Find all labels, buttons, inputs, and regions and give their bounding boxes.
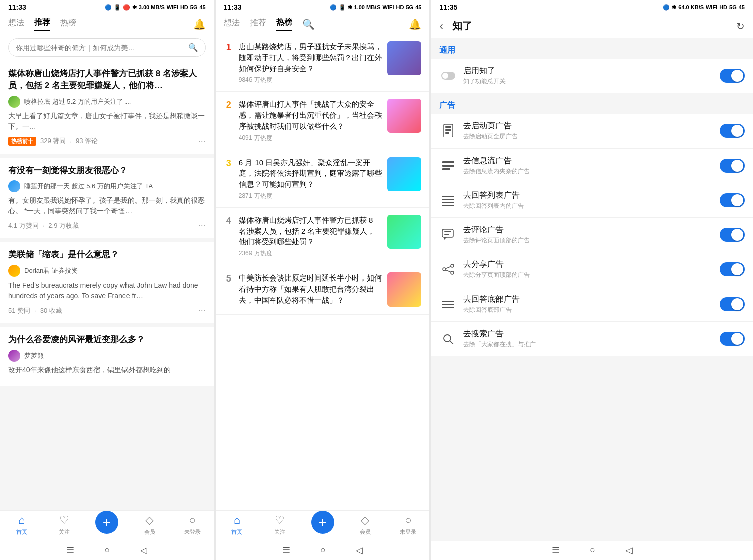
feed-excerpt-1: 有。女朋友跟我说她怀孕了。孩子是我的。那一刻，我真的很恶心。 *一天，同事突然问…	[8, 195, 206, 216]
follow-icon-1: ♡	[59, 514, 69, 527]
toggle-comment[interactable]	[720, 228, 745, 242]
time-3: 11:35	[439, 3, 457, 11]
tab-thoughts-2[interactable]: 想法	[224, 18, 240, 30]
status-bar-1: 11:33 🔵 📱 🔴 ✱ 3.00 MB/S WiFi HD 5G 45	[0, 0, 214, 14]
home-btn-2[interactable]: ○	[320, 545, 326, 556]
bottom-nav-vip-1[interactable]: ◇ 会员	[128, 514, 171, 536]
battery-icon-3: 45	[739, 4, 745, 10]
settings-sub-share: 去除分享页面顶部的广告	[463, 271, 714, 279]
feed-author-row-2: Dorian君 证券投资	[8, 265, 206, 277]
bottom-nav-login-1[interactable]: ○ 未登录	[171, 514, 214, 536]
svg-line-21	[446, 270, 451, 272]
toggle-enable[interactable]	[720, 69, 745, 83]
section-label-ads: 广告	[431, 93, 753, 114]
home-icon-2: ⌂	[234, 514, 240, 527]
settings-item-enable[interactable]: 启用知了 知了功能总开关	[431, 59, 753, 93]
menu-btn-1[interactable]: ☰	[66, 545, 74, 556]
settings-sub-search: 去除「大家都在搜」与推广	[463, 340, 714, 349]
back-btn-1[interactable]: ◁	[140, 545, 147, 556]
tab-hot-2[interactable]: 热榜	[276, 17, 292, 31]
hot-item-1[interactable]: 2 媒体评唐山打人事件「挑战了大众的安全感，需让施暴者付出沉重代价」，当社会秩序…	[216, 92, 430, 150]
5g-icon: 5G	[190, 4, 198, 10]
feed-item-2[interactable]: 美联储「缩表」是什么意思？ Dorian君 证券投资 The Fed's bur…	[0, 242, 214, 323]
tab-thoughts-1[interactable]: 想法	[8, 18, 24, 30]
hot-rank-1: 2	[224, 100, 234, 110]
search-input-1[interactable]	[16, 44, 188, 52]
login-label-1: 未登录	[184, 528, 201, 536]
settings-title: 知了	[452, 19, 472, 33]
svg-rect-7	[442, 165, 454, 167]
settings-item-comment[interactable]: 去评论广告 去除评论页面顶部的广告	[431, 218, 753, 252]
settings-item-share[interactable]: 去分享广告 去除分享页面顶部的广告	[431, 252, 753, 287]
svg-line-26	[450, 341, 454, 345]
toggle-search[interactable]	[720, 332, 745, 346]
hot-item-3[interactable]: 4 媒体称唐山烧烤店打人事件警方已抓获 8 名涉案人员，包括 2 名主要犯罪嫌疑…	[216, 208, 430, 265]
bottom-nav-login-2[interactable]: ○ 未登录	[387, 514, 429, 536]
toggle-answer-list[interactable]	[720, 193, 745, 207]
home-btn-1[interactable]: ○	[104, 545, 110, 556]
feed-item-3[interactable]: 为什么谷爱凌的风评最近变那么多？ 梦梦熊 改开40年来像他这样东食西宿，锅里锅外…	[0, 327, 214, 386]
settings-item-feed[interactable]: 去信息流广告 去除信息流内夹杂的广告	[431, 149, 753, 183]
notification-icon: 🔵	[105, 4, 112, 11]
hot-heat-3: 2369 万热度	[239, 249, 383, 258]
toggle-answer-bottom[interactable]	[720, 297, 745, 311]
tab-hot-1[interactable]: 热榜	[60, 18, 76, 30]
settings-item-splash[interactable]: 去启动页广告 去除启动页全屏广告	[431, 114, 753, 149]
home-btn-3[interactable]: ○	[590, 545, 595, 556]
feed-comments-0: 93 评论	[76, 136, 98, 146]
feed-meta-2: 51 赞同 · 30 收藏 ···	[8, 305, 206, 316]
settings-item-search[interactable]: 去搜索广告 去除「大家都在搜」与推广	[431, 322, 753, 356]
settings-item-answer-list[interactable]: 去回答列表广告 去除回答列表内的广告	[431, 183, 753, 218]
hot-rank-0: 1	[224, 42, 234, 53]
back-button[interactable]: ‹	[439, 20, 443, 33]
search-icon-2[interactable]: 🔍	[302, 18, 315, 30]
bell-icon-2[interactable]: 🔔	[409, 18, 421, 30]
bottom-nav-home-2[interactable]: ⌂ 首页	[216, 514, 259, 536]
toggle-splash[interactable]	[720, 124, 745, 138]
bell-icon-1[interactable]: 🔔	[193, 18, 206, 30]
bottom-nav-follow-2[interactable]: ♡ 关注	[259, 514, 301, 536]
add-button-2[interactable]: +	[311, 511, 334, 534]
feed-content-1: 媒体称唐山烧烤店打人事件警方已抓获 8 名涉案人员，包括 2 名主要犯罪嫌疑人，…	[0, 61, 214, 510]
sys-nav-2: ☰ ○ ◁	[216, 541, 430, 560]
feed-comments-1: 2.9 万收藏	[48, 221, 79, 230]
menu-btn-2[interactable]: ☰	[282, 545, 290, 556]
hot-rank-2: 3	[224, 158, 234, 169]
signal-label-2: 1.00 MB/S	[354, 4, 381, 10]
search-bar-1[interactable]: 🔍	[8, 38, 206, 57]
svg-point-19	[451, 271, 454, 274]
status-bar-2: 11:33 🔵 📱 ✱ 1.00 MB/S WiFi HD 5G 45	[216, 0, 430, 14]
toggle-share[interactable]	[720, 262, 745, 276]
refresh-button[interactable]: ↻	[736, 20, 745, 32]
hot-item-4[interactable]: 5 中美防长会谈比原定时间延长半小时，如何看待中方称「如果有人胆敢把台湾分裂出去…	[216, 265, 430, 315]
tab-recommend-2[interactable]: 推荐	[250, 18, 266, 30]
settings-item-answer-bottom[interactable]: 去回答底部广告 去除回答底部广告	[431, 287, 753, 322]
speed-label-3: 64.0 KB/S	[678, 4, 704, 10]
bottom-nav-follow-1[interactable]: ♡ 关注	[43, 514, 85, 536]
back-btn-3[interactable]: ◁	[625, 545, 633, 556]
back-btn-2[interactable]: ◁	[356, 545, 363, 556]
settings-main-search: 去搜索广告	[463, 329, 714, 339]
feed-author-0: 喷格拉底 超过 5.2 万的用户关注了 ...	[24, 97, 131, 106]
svg-rect-5	[445, 132, 449, 134]
feed-title-0: 媒体称唐山烧烤店打人事件警方已抓获 8 名涉案人员，包括 2 名主要犯罪嫌疑人，…	[8, 68, 206, 92]
search-icon-1[interactable]: 🔍	[188, 43, 198, 52]
add-item-2: +	[301, 514, 344, 536]
feed-item-1[interactable]: 有没有一刻觉得女朋友很恶心？ 睡莲开的那一天 超过 5.6 万的用户关注了 TA…	[0, 158, 214, 238]
feed-more-0[interactable]: ···	[198, 136, 206, 147]
hot-item-2[interactable]: 3 6 月 10 日吴亦凡强奸、聚众淫乱一案开庭，法院将依法择期宣判，庭审透露了…	[216, 150, 430, 208]
feed-more-2[interactable]: ···	[198, 305, 206, 316]
feed-more-1[interactable]: ···	[198, 220, 206, 231]
hot-list: 1 唐山某路烧烤店，男子骚扰女子未果挨骂，随即动手打人，将受到哪些惩罚？出门在外…	[216, 34, 430, 510]
menu-btn-3[interactable]: ☰	[552, 545, 560, 556]
hot-title-0: 唐山某路烧烤店，男子骚扰女子未果挨骂，随即动手打人，将受到哪些惩罚？出门在外如何…	[239, 41, 383, 74]
hot-title-3: 媒体称唐山烧烤店打人事件警方已抓获 8 名涉案人员，包括 2 名主要犯罪嫌疑人，…	[239, 215, 383, 247]
hot-item-0[interactable]: 1 唐山某路烧烤店，男子骚扰女子未果挨骂，随即动手打人，将受到哪些惩罚？出门在外…	[216, 34, 430, 92]
feed-item-0[interactable]: 媒体称唐山烧烤店打人事件警方已抓获 8 名涉案人员，包括 2 名主要犯罪嫌疑人，…	[0, 61, 214, 154]
tab-recommend-1[interactable]: 推荐	[34, 17, 50, 31]
bottom-nav-home-1[interactable]: ⌂ 首页	[0, 514, 43, 536]
toggle-feed[interactable]	[720, 159, 745, 173]
bottom-nav-2: ⌂ 首页 ♡ 关注 + ◇ 会员 ○ 未登录	[216, 510, 430, 541]
add-button-1[interactable]: +	[95, 511, 118, 534]
bottom-nav-vip-2[interactable]: ◇ 会员	[344, 514, 387, 536]
